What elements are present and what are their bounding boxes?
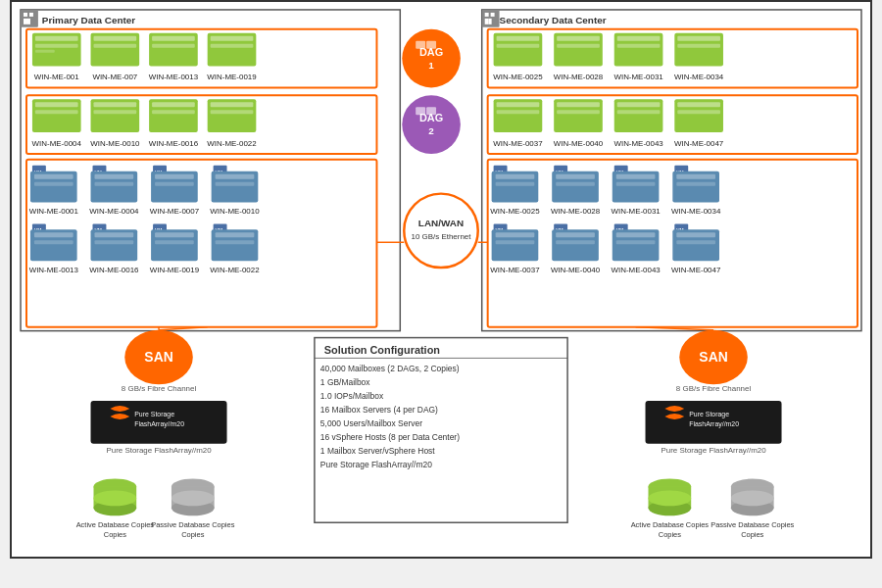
server-win-me-007: WIN-ME-007	[91, 33, 140, 82]
svg-text:WIN-ME-0010: WIN-ME-0010	[210, 207, 260, 216]
svg-text:40,000 Mailboxes (2 DAGs, 2 Co: 40,000 Mailboxes (2 DAGs, 2 Copies)	[320, 364, 460, 373]
vm-win-me-0022: VM WIN-ME-0022	[210, 223, 260, 274]
svg-rect-121	[34, 240, 74, 244]
svg-rect-6	[27, 19, 30, 24]
svg-rect-74	[677, 36, 720, 41]
svg-rect-41	[35, 102, 78, 107]
svg-text:WIN-ME-0019: WIN-ME-0019	[207, 73, 257, 81]
svg-rect-78	[497, 102, 540, 107]
svg-text:WIN-ME-0043: WIN-ME-0043	[613, 139, 663, 148]
primary-dc-label: Primary Data Center	[42, 15, 135, 25]
main-diagram: Primary Data Center Secondary Data Cente…	[10, 0, 872, 559]
svg-rect-145	[496, 182, 535, 186]
vm-win-me-0025: VM WIN-ME-0025	[490, 166, 540, 217]
secondary-dc-label: Secondary Data Center	[500, 15, 607, 25]
svg-rect-66	[557, 36, 600, 41]
svg-text:WIN-ME-0040: WIN-ME-0040	[551, 266, 601, 274]
svg-rect-79	[497, 110, 540, 114]
svg-rect-25	[94, 44, 137, 48]
svg-rect-97	[34, 182, 74, 186]
active-db-secondary: Active Database Copies Copies	[631, 479, 710, 540]
svg-rect-32	[211, 36, 254, 41]
svg-rect-20	[35, 44, 78, 48]
svg-rect-127	[94, 240, 133, 244]
svg-text:WIN-ME-0019: WIN-ME-0019	[150, 266, 200, 274]
passive-db-secondary: Passive Database Copies Copies	[710, 479, 794, 540]
svg-text:WIN-ME-0034: WIN-ME-0034	[671, 207, 721, 216]
server-win-me-0004-dag2: WIN-ME-0004	[32, 99, 82, 148]
svg-rect-33	[211, 44, 254, 48]
svg-rect-96	[34, 174, 74, 179]
svg-text:WIN-ME-0028: WIN-ME-0028	[551, 207, 601, 216]
svg-rect-9	[491, 13, 495, 17]
svg-rect-11	[489, 19, 492, 24]
svg-rect-13	[488, 29, 858, 88]
svg-rect-70	[617, 36, 661, 41]
vm-win-me-0034: VM WIN-ME-0034	[671, 166, 721, 217]
lanwan-icon: LAN/WAN 10 GB/s Ethernet	[404, 194, 477, 268]
server-win-me-0040: WIN-ME-0040	[554, 99, 604, 148]
svg-text:10 GB/s Ethernet: 10 GB/s Ethernet	[412, 232, 472, 241]
svg-text:1: 1	[428, 60, 434, 71]
svg-rect-3	[24, 13, 27, 17]
svg-rect-8	[485, 13, 489, 17]
svg-rect-180	[616, 232, 656, 237]
server-win-me-0019: WIN-ME-0019	[207, 33, 257, 82]
svg-text:Copies: Copies	[104, 530, 126, 539]
svg-text:WIN-ME-0013: WIN-ME-0013	[29, 266, 79, 274]
svg-rect-54	[211, 110, 254, 114]
svg-text:WIN-ME-0031: WIN-ME-0031	[613, 73, 663, 81]
svg-rect-133	[155, 240, 194, 244]
svg-text:Pure Storage FlashArray//m20: Pure Storage FlashArray//m20	[106, 446, 212, 455]
svg-rect-109	[155, 182, 194, 186]
vm-win-me-0004: VM WIN-ME-0004	[89, 166, 139, 217]
svg-rect-144	[496, 174, 535, 179]
svg-rect-53	[211, 102, 254, 107]
svg-text:WIN-ME-0004: WIN-ME-0004	[32, 139, 82, 148]
svg-rect-62	[497, 36, 540, 41]
svg-text:WIN-ME-0010: WIN-ME-0010	[90, 139, 140, 148]
svg-text:WIN-ME-0034: WIN-ME-0034	[674, 73, 724, 81]
server-win-me-0010-dag2: WIN-ME-0010	[90, 99, 140, 148]
svg-rect-28	[152, 36, 195, 41]
svg-rect-82	[557, 102, 600, 107]
vm-win-me-0040: VM WIN-ME-0040	[551, 223, 601, 274]
svg-rect-187	[676, 240, 715, 244]
svg-rect-67	[557, 44, 600, 48]
svg-rect-181	[616, 240, 656, 244]
svg-text:16 vSphere Hosts (8 per Data C: 16 vSphere Hosts (8 per Data Center)	[320, 432, 460, 442]
svg-text:WIN-ME-0037: WIN-ME-0037	[493, 139, 543, 148]
svg-rect-21	[35, 50, 55, 53]
vm-win-me-0043: VM WIN-ME-0043	[611, 223, 661, 274]
svg-text:Passive Database Copies: Passive Database Copies	[151, 520, 234, 529]
svg-text:1 GB/Mailbox: 1 GB/Mailbox	[320, 377, 370, 387]
svg-rect-4	[29, 13, 33, 17]
vm-win-me-0028: VM WIN-ME-0028	[551, 166, 601, 217]
svg-rect-46	[94, 110, 137, 114]
svg-point-224	[649, 490, 692, 506]
svg-text:Pure Storage FlashArray//m20: Pure Storage FlashArray//m20	[661, 446, 766, 455]
server-win-me-0043: WIN-ME-0043	[613, 99, 663, 148]
svg-text:Active Database Copies: Active Database Copies	[631, 520, 710, 529]
svg-rect-115	[216, 182, 255, 186]
server-win-me-0047: WIN-ME-0047	[674, 99, 724, 148]
svg-rect-39	[426, 41, 436, 49]
svg-text:1 Mailbox Server/vSphere Host: 1 Mailbox Server/vSphere Host	[320, 446, 435, 456]
svg-text:WIN-ME-0025: WIN-ME-0025	[490, 207, 540, 216]
svg-point-211	[172, 490, 215, 506]
svg-rect-156	[616, 174, 656, 179]
svg-text:Copies: Copies	[741, 530, 763, 539]
svg-rect-86	[617, 102, 661, 107]
svg-text:WIN-ME-0043: WIN-ME-0043	[611, 266, 661, 274]
svg-rect-163	[676, 182, 715, 186]
server-win-me-0016-dag2: WIN-ME-0016	[149, 99, 199, 148]
san-primary: SAN	[124, 330, 193, 385]
svg-text:8 GB/s Fibre Channel: 8 GB/s Fibre Channel	[122, 384, 197, 393]
server-win-me-0022-dag2: WIN-ME-0022	[207, 99, 257, 148]
svg-rect-24	[94, 36, 137, 41]
svg-rect-120	[34, 232, 74, 237]
dag1-icon: DAG 1	[402, 29, 461, 88]
svg-text:WIN-ME-0047: WIN-ME-0047	[674, 139, 724, 148]
svg-text:WIN-ME-0037: WIN-ME-0037	[490, 266, 540, 274]
svg-rect-108	[155, 174, 194, 179]
